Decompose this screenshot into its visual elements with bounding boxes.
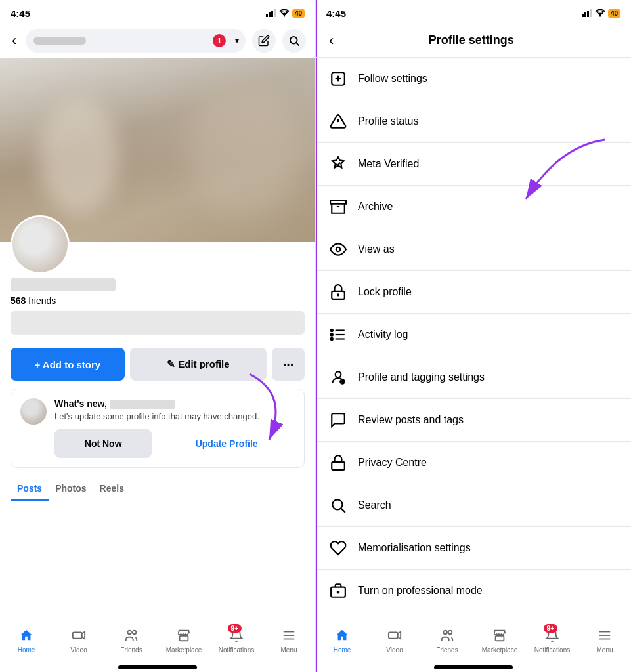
right-notification-badge: 9+ <box>544 624 557 633</box>
friends-icon <box>124 628 139 645</box>
right-nav-menu[interactable]: Menu <box>578 620 631 662</box>
view-as-icon <box>329 240 347 259</box>
update-title: What's new, <box>54 398 295 409</box>
svg-point-35 <box>331 329 333 331</box>
right-back-button[interactable]: ‹ <box>326 30 336 52</box>
svg-marker-8 <box>82 632 85 639</box>
profile-avatar-wrapper <box>11 215 70 274</box>
review-posts-label: Review posts and tags <box>358 414 464 426</box>
tab-reels[interactable]: Reels <box>93 476 131 501</box>
search-button[interactable] <box>282 29 306 52</box>
menu-item-view-as[interactable]: View as <box>316 228 631 271</box>
profile-status-label: Profile status <box>358 116 418 127</box>
video-icon <box>72 628 86 645</box>
friends-svg <box>124 628 139 642</box>
svg-point-29 <box>336 247 341 252</box>
review-posts-icon <box>329 411 347 429</box>
svg-point-43 <box>332 499 342 509</box>
update-description: Let's update some profile info that may … <box>54 411 295 423</box>
nav-home[interactable]: Home <box>0 620 53 662</box>
left-search-bar[interactable]: 1 ▾ <box>26 29 246 52</box>
right-nav-home[interactable]: Home <box>316 620 368 662</box>
left-home-indicator <box>118 665 197 669</box>
right-wifi-icon <box>595 9 605 17</box>
wifi-icon <box>279 9 290 17</box>
nav-notifications-label: Notifications <box>219 646 254 654</box>
right-marketplace-icon <box>492 628 507 645</box>
svg-rect-52 <box>496 636 504 640</box>
left-battery: 40 <box>292 9 305 18</box>
right-status-icons: 40 <box>582 9 620 18</box>
left-header: ‹ 1 ▾ <box>0 24 315 58</box>
menu-icon <box>282 628 296 645</box>
nav-video[interactable]: Video <box>53 620 105 662</box>
left-status-icons: 40 <box>266 9 305 18</box>
update-profile-button[interactable]: Update Profile <box>158 429 295 458</box>
nav-marketplace[interactable]: Marketplace <box>158 620 210 662</box>
menu-item-privacy-centre[interactable]: Privacy Centre <box>316 442 631 484</box>
menu-item-follow-settings[interactable]: Follow settings <box>316 58 631 100</box>
right-nav-menu-label: Menu <box>596 646 613 654</box>
tab-photos[interactable]: Photos <box>49 476 93 501</box>
left-back-button[interactable]: ‹ <box>9 30 19 52</box>
profile-settings-menu: Follow settings Profile status Meta V <box>316 58 631 620</box>
menu-item-search[interactable]: Search <box>316 484 631 527</box>
right-bottom-nav: Home Video Friends <box>316 620 631 662</box>
menu-item-archive[interactable]: Archive <box>316 186 631 228</box>
menu-item-professional-mode[interactable]: Turn on professional mode <box>316 570 631 612</box>
svg-rect-3 <box>274 9 276 17</box>
search-icon <box>288 35 300 47</box>
svg-point-51 <box>448 631 452 635</box>
cover-figure-2 <box>190 84 295 215</box>
menu-item-lock-profile[interactable]: Lock profile <box>316 271 631 314</box>
right-menu-icon <box>598 628 612 645</box>
svg-point-37 <box>331 338 333 340</box>
menu-item-activity-log[interactable]: Activity log <box>316 314 631 356</box>
nav-notifications[interactable]: 9+ Notifications <box>210 620 263 662</box>
menu-item-meta-verified[interactable]: Meta Verified <box>316 143 631 186</box>
menu-item-profile-status[interactable]: Profile status <box>316 100 631 143</box>
svg-line-44 <box>341 509 345 513</box>
update-actions: Not Now Update Profile <box>54 429 295 458</box>
right-nav-notifications[interactable]: 9+ Notifications <box>526 620 578 662</box>
profile-tagging-icon <box>329 368 347 387</box>
pencil-icon <box>258 35 270 47</box>
home-icon <box>19 628 33 645</box>
menu-item-profile-tagging[interactable]: Profile and tagging settings <box>316 356 631 399</box>
right-home-icon <box>335 628 349 645</box>
not-now-button[interactable]: Not Now <box>54 429 152 458</box>
lock-profile-icon <box>329 283 347 301</box>
archive-icon <box>329 198 347 216</box>
right-nav-friends[interactable]: Friends <box>421 620 473 662</box>
svg-point-31 <box>337 294 339 295</box>
view-as-label: View as <box>358 243 395 255</box>
tab-posts[interactable]: Posts <box>11 476 49 501</box>
nav-friends[interactable]: Friends <box>105 620 158 662</box>
right-status-bar: 4:45 40 <box>316 0 631 24</box>
svg-rect-26 <box>330 200 346 203</box>
right-home-indicator <box>434 665 513 669</box>
update-text: What's new, Let's update some profile in… <box>54 398 295 458</box>
right-nav-video[interactable]: Video <box>368 620 421 662</box>
video-svg <box>72 628 86 642</box>
notification-count: 1 <box>213 34 226 47</box>
profile-tagging-label: Profile and tagging settings <box>358 371 485 383</box>
right-nav-marketplace-label: Marketplace <box>482 646 517 654</box>
home-svg <box>19 628 33 642</box>
svg-rect-1 <box>269 12 271 17</box>
right-nav-marketplace[interactable]: Marketplace <box>473 620 526 662</box>
marketplace-svg <box>177 628 191 642</box>
more-options-button[interactable]: ··· <box>272 348 305 381</box>
right-nav-notifications-label: Notifications <box>534 646 570 654</box>
edit-profile-button[interactable]: ✎ Edit profile <box>130 348 267 381</box>
dropdown-arrow-icon: ▾ <box>235 36 239 45</box>
pencil-button[interactable] <box>252 29 276 52</box>
profile-avatar <box>11 215 70 274</box>
profile-info: 568 friends <box>0 278 315 348</box>
menu-item-review-posts[interactable]: Review posts and tags <box>316 399 631 442</box>
add-to-story-button[interactable]: + Add to story <box>11 348 125 381</box>
profile-status-icon <box>329 112 347 131</box>
nav-menu-label: Menu <box>280 646 297 654</box>
menu-item-memorialisation[interactable]: Memorialisation settings <box>316 527 631 570</box>
nav-menu[interactable]: Menu <box>263 620 315 662</box>
